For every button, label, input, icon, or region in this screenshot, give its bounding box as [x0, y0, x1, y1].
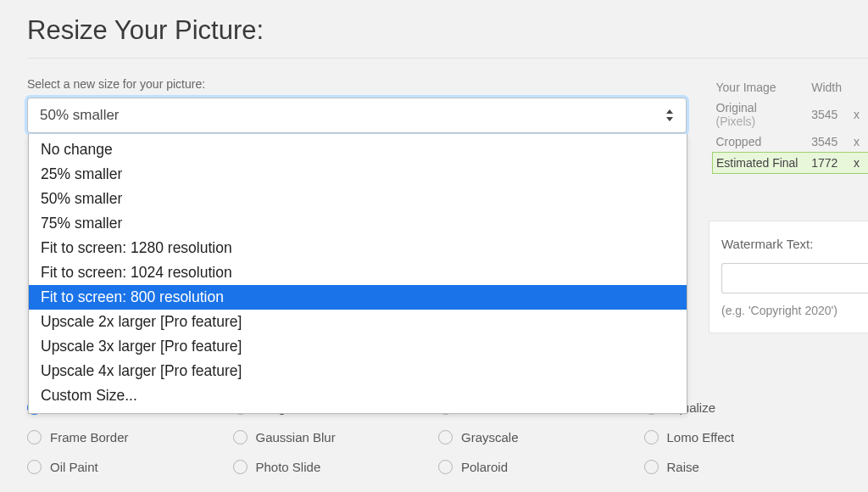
resize-option[interactable]: 75% smaller [29, 211, 687, 236]
effect-option[interactable]: Oil Paint [27, 460, 225, 474]
effect-label: Polaroid [461, 460, 508, 474]
resize-option[interactable]: 25% smaller [29, 162, 687, 187]
info-row-width: 3545 [808, 98, 850, 131]
watermark-hint: (e.g. 'Copyright 2020') [721, 304, 868, 317]
resize-option[interactable]: Upscale 4x larger [Pro feature] [29, 359, 687, 383]
divider [27, 58, 868, 59]
watermark-panel: Watermark Text: (e.g. 'Copyright 2020') [709, 221, 868, 333]
page-title: Resize Your Picture: [27, 15, 868, 46]
effect-option[interactable]: Gaussian Blur [233, 430, 431, 444]
resize-option[interactable]: Fit to screen: 1024 resolution [29, 260, 687, 285]
watermark-label: Watermark Text: [721, 237, 868, 251]
info-header-image: Your Image [713, 77, 809, 98]
info-row-sep: x [850, 153, 868, 174]
resize-select-value: 50% smaller [40, 107, 120, 124]
info-row-width: 1772 [808, 153, 850, 174]
radio-icon [438, 460, 453, 474]
effect-option[interactable]: Frame Border [27, 430, 225, 444]
effect-label: Photo Slide [256, 460, 321, 474]
info-header-width: Width [808, 77, 850, 98]
effect-label: Gaussian Blur [256, 430, 336, 444]
radio-icon [27, 460, 42, 474]
resize-option[interactable]: 50% smaller [29, 187, 687, 211]
info-row-sep: x [850, 131, 868, 153]
resize-option[interactable]: Fit to screen: 800 resolution [29, 285, 687, 310]
radio-icon [644, 430, 659, 444]
resize-option[interactable]: Upscale 3x larger [Pro feature] [29, 334, 687, 359]
info-row-label: Cropped [713, 131, 809, 153]
resize-option[interactable]: Custom Size... [29, 383, 687, 408]
radio-icon [233, 430, 248, 444]
info-row-width: 3545 [808, 131, 850, 153]
effect-label: Oil Paint [50, 460, 98, 474]
radio-icon [644, 460, 659, 474]
effect-label: Raise [667, 460, 699, 474]
effect-label: Lomo Effect [667, 430, 735, 444]
select-caret-icon [665, 109, 674, 121]
radio-icon [233, 460, 248, 474]
effect-option[interactable]: Polaroid [438, 460, 636, 474]
effect-option[interactable]: Photo Slide [233, 460, 431, 474]
effect-option[interactable]: Grayscale [438, 430, 636, 444]
resize-select-dropdown[interactable]: No change25% smaller50% smaller75% small… [28, 134, 687, 414]
radio-icon [27, 430, 42, 444]
info-row-label: Estimated Final [713, 153, 809, 174]
image-info-table: Your Image Width Original (Pixels)3545xC… [712, 77, 868, 174]
radio-icon [438, 430, 453, 444]
resize-option[interactable]: Upscale 2x larger [Pro feature] [29, 310, 687, 334]
effect-label: Grayscale [461, 430, 519, 444]
resize-select-label: Select a new size for your picture: [27, 77, 687, 91]
info-row-label: Original (Pixels) [713, 98, 809, 131]
resize-select[interactable]: 50% smaller No change25% smaller50% smal… [27, 98, 687, 133]
watermark-input[interactable] [721, 263, 868, 294]
effect-option[interactable]: Lomo Effect [644, 430, 842, 444]
resize-option[interactable]: No change [29, 137, 687, 162]
effect-option[interactable]: Raise [644, 460, 842, 474]
resize-option[interactable]: Fit to screen: 1280 resolution [29, 236, 687, 260]
info-row-sep: x [850, 98, 868, 131]
effect-label: Frame Border [50, 430, 129, 444]
